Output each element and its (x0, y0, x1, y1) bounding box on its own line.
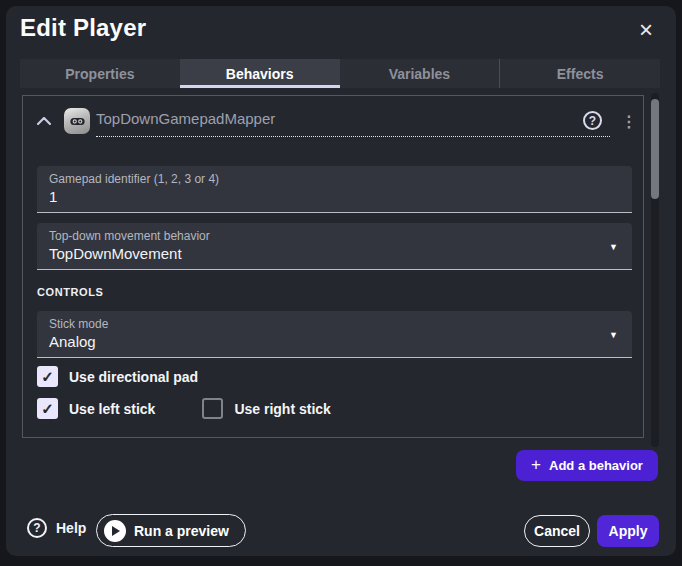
close-icon[interactable]: × (628, 12, 664, 48)
right-stick-group: Use right stick (202, 398, 330, 419)
tab-behaviors[interactable]: Behaviors (180, 59, 340, 88)
gamepad-identifier-field[interactable]: Gamepad identifier (1, 2, 3 or 4) 1 (37, 166, 632, 213)
help-label: Help (56, 520, 86, 536)
chevron-down-icon: ▼ (609, 242, 618, 252)
check-icon: ✓ (41, 368, 54, 386)
app-backdrop: Edit Player × Properties Behaviors Varia… (0, 0, 682, 566)
controls-section-label: CONTROLS (37, 286, 104, 298)
field-label: Gamepad identifier (1, 2, 3 or 4) (49, 172, 219, 186)
behavior-help-icon[interactable]: ? (583, 111, 602, 130)
edit-player-dialog: Edit Player × Properties Behaviors Varia… (6, 6, 676, 556)
behavior-menu-icon[interactable]: ⋮ (618, 109, 640, 133)
movement-behavior-select[interactable]: Top-down movement behavior TopDownMoveme… (37, 223, 632, 270)
question-mark: ? (33, 521, 40, 535)
tab-label: Behaviors (226, 66, 294, 82)
button-label: Apply (609, 523, 648, 539)
tab-bar: Properties Behaviors Variables Effects (20, 59, 660, 88)
run-preview-button[interactable]: Run a preview (96, 514, 246, 547)
tab-label: Properties (65, 66, 134, 82)
active-tab-underline (180, 85, 340, 88)
play-icon (104, 520, 126, 542)
tab-properties[interactable]: Properties (20, 59, 180, 88)
apply-button[interactable]: Apply (597, 515, 659, 547)
field-label: Stick mode (49, 317, 108, 331)
checkbox-use-directional-pad[interactable]: ✓ (37, 366, 58, 387)
checkbox-use-right-stick[interactable] (202, 398, 223, 419)
button-label: Add a behavior (549, 458, 643, 473)
checkbox-label: Use left stick (69, 401, 155, 417)
button-label: Run a preview (134, 523, 229, 539)
behavior-name-field[interactable]: TopDownGamepadMapper (96, 110, 610, 137)
scrollbar-track[interactable] (651, 93, 659, 447)
collapse-chevron-up-icon[interactable] (33, 110, 55, 132)
checkbox-label: Use right stick (234, 401, 330, 417)
checkbox-use-left-stick[interactable]: ✓ (37, 398, 58, 419)
tab-label: Variables (389, 66, 451, 82)
check-icon: ✓ (41, 400, 54, 418)
add-behavior-button[interactable]: + Add a behavior (516, 450, 658, 481)
tab-label: Effects (557, 66, 604, 82)
field-label: Top-down movement behavior (49, 229, 210, 243)
button-label: Cancel (534, 523, 580, 539)
stick-mode-select[interactable]: Stick mode Analog ▼ (37, 311, 632, 358)
directional-pad-row: ✓ Use directional pad (37, 366, 198, 387)
checkbox-label: Use directional pad (69, 369, 198, 385)
tab-variables[interactable]: Variables (340, 59, 500, 88)
stick-checkbox-row: ✓ Use left stick Use right stick (37, 398, 331, 419)
field-value: Analog (49, 333, 96, 350)
chevron-down-icon: ▼ (609, 330, 618, 340)
gamepad-behavior-icon (64, 108, 90, 134)
help-button[interactable]: ? Help (27, 518, 86, 538)
behaviors-scroll-area: TopDownGamepadMapper ? ⋮ Gamepad identif… (22, 95, 644, 438)
cancel-button[interactable]: Cancel (524, 515, 590, 547)
scrollbar-thumb[interactable] (651, 99, 659, 199)
question-mark: ? (589, 114, 596, 128)
field-value: 1 (49, 188, 57, 205)
left-stick-group: ✓ Use left stick (37, 398, 155, 419)
tab-effects[interactable]: Effects (499, 59, 660, 88)
field-value: TopDownMovement (49, 245, 182, 262)
behavior-name: TopDownGamepadMapper (96, 110, 275, 127)
plus-icon: + (531, 455, 541, 475)
dialog-title: Edit Player (20, 14, 146, 42)
help-icon: ? (27, 518, 47, 538)
